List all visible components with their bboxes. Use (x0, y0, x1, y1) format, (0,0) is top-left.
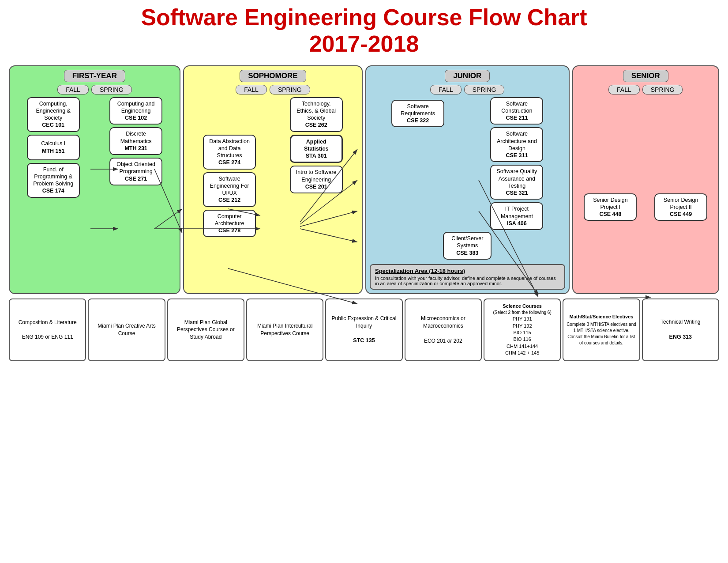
bottom-public-expression: Public Expression & Critical Inquiry STC… (325, 299, 402, 361)
sophomore-title: SOPHOMORE (240, 70, 306, 82)
junior-spring-col: Software Construction CSE 211 Software A… (469, 97, 565, 230)
first-year-fall-label: FALL (57, 85, 89, 94)
flowchart: FIRST-YEAR FALL SPRING Computing, Engine… (9, 65, 719, 294)
bottom-math-electives: Math/Stat/Science Electives Complete 3 M… (563, 299, 640, 361)
spec-title: Specialization Area (12-18 hours) (375, 268, 560, 274)
senior-section: SENIOR FALL SPRING Senior Design Project… (572, 65, 719, 294)
junior-section: JUNIOR FALL SPRING Software Requirements… (365, 65, 570, 294)
course-cse102: Computing and Engineering CSE 102 (109, 97, 162, 125)
bottom-composition: Composition & Literature ENG 109 or ENG … (9, 299, 86, 361)
course-cse174: Fund. of Programming & Problem Solving C… (27, 163, 80, 198)
course-cse321: Software Quality Assurance and Testing C… (490, 165, 543, 200)
course-isa406: IT Project Management ISA 406 (490, 202, 543, 230)
first-year-section: FIRST-YEAR FALL SPRING Computing, Engine… (9, 65, 180, 294)
spec-desc: In consultation with your faculty adviso… (375, 276, 560, 286)
bottom-science: Science Courses (Select 2 from the follo… (484, 299, 561, 361)
senior-spring-col: Senior Design Project II CSE 449 (647, 193, 715, 290)
junior-fall-label: FALL (430, 85, 462, 94)
course-cse262: Technology, Ethics, & Global Society CSE… (290, 97, 343, 132)
first-year-spring-label: SPRING (91, 85, 132, 94)
first-year-title: FIRST-YEAR (64, 70, 125, 82)
senior-courses: Senior Design Project I CSE 448 Senior D… (577, 193, 715, 290)
sophomore-fall-label: FALL (236, 85, 267, 94)
senior-semester-row: FALL SPRING (577, 85, 715, 94)
senior-fall-label: FALL (608, 85, 640, 94)
flowchart-container: FIRST-YEAR FALL SPRING Computing, Engine… (9, 65, 719, 294)
page: Software Engineering Course Flow Chart 2… (0, 0, 728, 366)
senior-fall-col: Senior Design Project I CSE 448 (577, 193, 645, 290)
sophomore-semester-row: FALL SPRING (188, 85, 358, 94)
course-cse322: Software Requirements CSE 322 (391, 100, 444, 128)
junior-title: JUNIOR (445, 70, 490, 82)
junior-semester-row: FALL SPRING (370, 85, 565, 94)
bottom-technical-writing: Technical Writing ENG 313 (642, 299, 719, 361)
specialization-area: Specialization Area (12-18 hours) In con… (370, 264, 565, 290)
junior-fall-col: Software Requirements CSE 322 (370, 97, 466, 130)
first-year-courses: Computing, Engineering & Society CEC 101… (13, 97, 176, 290)
sophomore-courses: Data Abstraction and Data Structures CSE… (188, 97, 358, 290)
junior-spring-label: SPRING (464, 85, 505, 94)
course-mth151: Calculus I MTH 151 (27, 135, 80, 160)
sophomore-spring-col: Technology, Ethics, & Global Society CSE… (274, 97, 358, 290)
sophomore-spring-label: SPRING (270, 85, 310, 94)
bottom-global-perspectives: Miami Plan Global Perspectives Courses o… (167, 299, 244, 361)
course-cec101: Computing, Engineering & Society CEC 101 (27, 97, 80, 132)
senior-spring-label: SPRING (642, 85, 683, 94)
sophomore-fall-col: Data Abstraction and Data Structures CSE… (188, 97, 272, 290)
course-cse448: Senior Design Project I CSE 448 (584, 193, 637, 221)
junior-courses: Software Requirements CSE 322 Software C… (370, 97, 565, 230)
sophomore-section: SOPHOMORE FALL SPRING Data Abstraction a… (183, 65, 363, 294)
bottom-intercultural: Miami Plan Intercultural Perspectives Co… (246, 299, 323, 361)
senior-title: SENIOR (623, 70, 668, 82)
course-cse271: Object Oriented Programming CSE 271 (109, 158, 162, 185)
bottom-creative-arts: Miami Plan Creative Arts Course (88, 299, 165, 361)
page-title: Software Engineering Course Flow Chart 2… (9, 4, 719, 57)
course-cse449: Senior Design Project II CSE 449 (654, 193, 707, 221)
course-cse311: Software Architecture and Design CSE 311 (490, 127, 543, 162)
course-cse274: Data Abstraction and Data Structures CSE… (203, 135, 256, 170)
bottom-economics: Microeconomics or Macroeconomics ECO 201… (405, 299, 482, 361)
first-year-semester-row: FALL SPRING (13, 85, 176, 94)
first-year-fall-col: Computing, Engineering & Society CEC 101… (13, 97, 93, 290)
course-cse212: Software Engineering For UI/UX CSE 212 (203, 172, 256, 207)
course-sta301: Applied Statistics STA 301 (290, 135, 343, 163)
course-cse201: Intro to Software Engineering CSE 201 (290, 166, 343, 193)
course-cse211: Software Construction CSE 211 (490, 97, 543, 125)
bottom-requirements-row: Composition & Literature ENG 109 or ENG … (9, 299, 719, 361)
course-mth231: Discrete Mathematics MTH 231 (109, 127, 162, 155)
first-year-spring-col: Computing and Engineering CSE 102 Discre… (96, 97, 176, 290)
course-cse278: Computer Architecture CSE 278 (203, 210, 256, 238)
course-cse383: Client/Server Systems CSE 383 (443, 232, 492, 260)
